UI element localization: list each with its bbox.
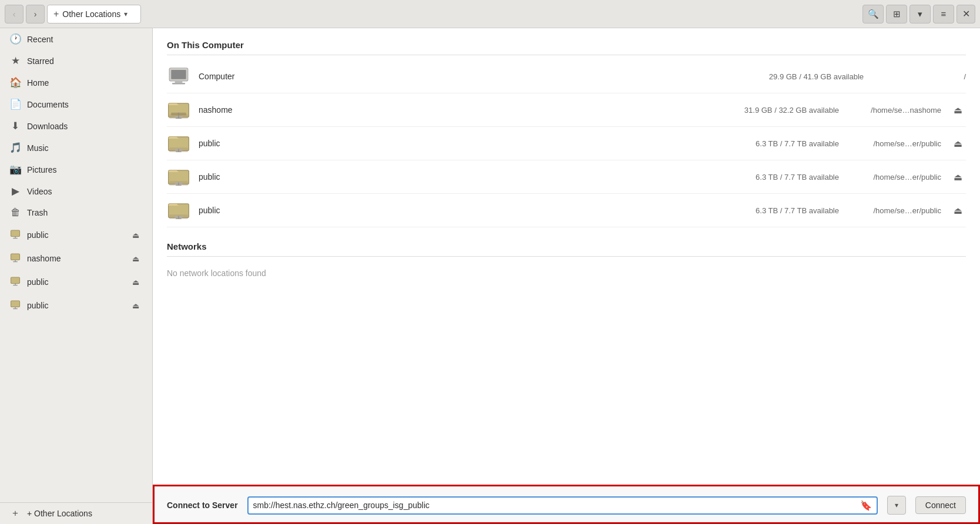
- forward-button[interactable]: ›: [26, 5, 45, 23]
- svg-rect-36: [169, 214, 188, 219]
- documents-icon: 📄: [9, 98, 21, 110]
- sidebar-label-starred: Starred: [27, 56, 143, 66]
- sidebar-item-home[interactable]: 🏠 Home: [0, 72, 152, 93]
- location-path-nashome: /home/se…nashome: [847, 106, 941, 115]
- mount-public1-icon: [9, 229, 21, 242]
- videos-icon: ▶: [9, 185, 21, 197]
- hamburger-icon: ≡: [941, 9, 947, 19]
- sidebar-item-other-locations[interactable]: + + Other Locations: [0, 502, 152, 524]
- svg-rect-3: [11, 254, 20, 260]
- location-path-public1: /home/se…er/public: [847, 139, 941, 148]
- starred-icon: ★: [9, 55, 21, 67]
- eject-public3-button[interactable]: ⏏: [129, 298, 143, 313]
- back-icon: ‹: [13, 9, 16, 19]
- sidebar-item-mount-nashome[interactable]: nashome ⏏: [0, 247, 152, 270]
- location-name-public1: public: [199, 139, 702, 148]
- connect-input-bookmark-icon[interactable]: 🔖: [860, 500, 872, 511]
- close-icon: ✕: [962, 8, 970, 19]
- eject-public3-content-button[interactable]: ⏏: [949, 202, 966, 219]
- view-dropdown-button[interactable]: ▾: [909, 5, 931, 23]
- sidebar-label-other-locations: + Other Locations: [27, 509, 143, 518]
- pictures-icon: 📷: [9, 163, 21, 176]
- list-view-icon: ⊞: [893, 9, 901, 19]
- sidebar-item-downloads[interactable]: ⬇ Downloads: [0, 115, 152, 137]
- sidebar-label-videos: Videos: [27, 187, 143, 196]
- sidebar-label-mount-public2: public: [27, 277, 123, 287]
- location-row-public1[interactable]: public 6.3 TB / 7.7 TB available /home/s…: [167, 127, 966, 160]
- mount-public3-icon: [9, 299, 21, 313]
- networks-title: Networks: [167, 241, 966, 251]
- connect-to-server-footer: Connect to Server 🔖 ▾ Connect: [153, 485, 980, 524]
- sidebar-item-documents[interactable]: 📄 Documents: [0, 93, 152, 115]
- sidebar-item-starred[interactable]: ★ Starred: [0, 50, 152, 72]
- location-size-public3: 6.3 TB / 7.7 TB available: [710, 206, 839, 215]
- location-size-nashome: 31.9 GB / 32.2 GB available: [710, 106, 839, 115]
- svg-rect-9: [11, 301, 20, 307]
- sidebar-label-trash: Trash: [27, 208, 143, 217]
- public1-folder-icon: [167, 132, 190, 155]
- on-this-computer-divider: [167, 55, 966, 55]
- sidebar-item-recent[interactable]: 🕐 Recent: [0, 28, 152, 50]
- main-layout: 🕐 Recent ★ Starred 🏠 Home 📄 Documents ⬇ …: [0, 28, 980, 524]
- mount-nashome-icon: [9, 252, 21, 266]
- sidebar-item-trash[interactable]: 🗑 Trash: [0, 202, 152, 223]
- sidebar-item-videos[interactable]: ▶ Videos: [0, 180, 152, 202]
- connect-to-server-label: Connect to Server: [167, 501, 238, 510]
- sidebar-item-mount-public2[interactable]: public ⏏: [0, 270, 152, 294]
- trash-icon: 🗑: [9, 207, 21, 219]
- home-icon: 🏠: [9, 76, 21, 89]
- connect-input-wrapper: 🔖: [247, 496, 878, 515]
- eject-nashome-content-button[interactable]: ⏏: [949, 102, 966, 118]
- location-name-public2: public: [199, 172, 702, 182]
- downloads-icon: ⬇: [9, 120, 21, 132]
- breadcrumb[interactable]: + Other Locations ▾: [47, 5, 141, 23]
- location-size-public2: 6.3 TB / 7.7 TB available: [710, 173, 839, 182]
- public3-folder-icon: [167, 199, 190, 222]
- location-size-computer: 29.9 GB / 41.9 GB available: [734, 72, 864, 81]
- back-button[interactable]: ‹: [5, 5, 24, 23]
- sidebar: 🕐 Recent ★ Starred 🏠 Home 📄 Documents ⬇ …: [0, 28, 153, 524]
- svg-rect-26: [169, 147, 188, 152]
- svg-rect-14: [175, 81, 183, 83]
- breadcrumb-label: Other Locations: [62, 9, 120, 19]
- connect-dropdown-button[interactable]: ▾: [887, 496, 906, 515]
- sidebar-item-mount-public1[interactable]: public ⏏: [0, 223, 152, 247]
- breadcrumb-plus-icon: +: [53, 9, 59, 19]
- sidebar-item-mount-public3[interactable]: public ⏏: [0, 294, 152, 317]
- menu-button[interactable]: ≡: [933, 5, 954, 23]
- connect-server-input[interactable]: [253, 501, 858, 510]
- connect-dropdown-icon: ▾: [895, 501, 898, 509]
- location-row-nashome[interactable]: nashome 31.9 GB / 32.2 GB available /hom…: [167, 93, 966, 127]
- eject-public2-button[interactable]: ⏏: [129, 275, 143, 289]
- content-area: On This Computer Computer 29.9 GB / 41.9…: [153, 28, 980, 524]
- titlebar: ‹ › + Other Locations ▾ 🔍 ⊞ ▾ ≡ ✕: [0, 0, 980, 28]
- location-path-public2: /home/se…er/public: [847, 173, 941, 182]
- search-button[interactable]: 🔍: [862, 5, 884, 23]
- location-name-nashome: nashome: [199, 105, 702, 115]
- eject-public1-button[interactable]: ⏏: [129, 228, 143, 242]
- networks-divider: [167, 256, 966, 257]
- svg-rect-6: [11, 277, 20, 284]
- eject-public1-content-button[interactable]: ⏏: [949, 135, 966, 152]
- svg-rect-21: [169, 114, 188, 119]
- location-row-computer[interactable]: Computer 29.9 GB / 41.9 GB available /: [167, 60, 966, 93]
- sidebar-label-recent: Recent: [27, 35, 143, 44]
- no-network-label: No network locations found: [167, 261, 966, 285]
- sidebar-label-mount-nashome: nashome: [27, 254, 123, 263]
- location-row-public3[interactable]: public 6.3 TB / 7.7 TB available /home/s…: [167, 194, 966, 227]
- view-list-button[interactable]: ⊞: [886, 5, 907, 23]
- svg-rect-15: [172, 83, 185, 84]
- location-row-public2[interactable]: public 6.3 TB / 7.7 TB available /home/s…: [167, 160, 966, 194]
- location-name-public3: public: [199, 206, 702, 215]
- sidebar-label-music: Music: [27, 143, 143, 153]
- sidebar-item-music[interactable]: 🎵 Music: [0, 137, 152, 159]
- sidebar-label-downloads: Downloads: [27, 122, 143, 131]
- eject-nashome-button[interactable]: ⏏: [129, 251, 143, 266]
- close-button[interactable]: ✕: [956, 5, 975, 23]
- eject-public2-content-button[interactable]: ⏏: [949, 169, 966, 185]
- public2-folder-icon: [167, 165, 190, 189]
- sidebar-item-pictures[interactable]: 📷 Pictures: [0, 159, 152, 180]
- breadcrumb-dropdown-icon[interactable]: ▾: [124, 10, 127, 18]
- connect-button[interactable]: Connect: [915, 496, 966, 514]
- recent-icon: 🕐: [9, 33, 21, 45]
